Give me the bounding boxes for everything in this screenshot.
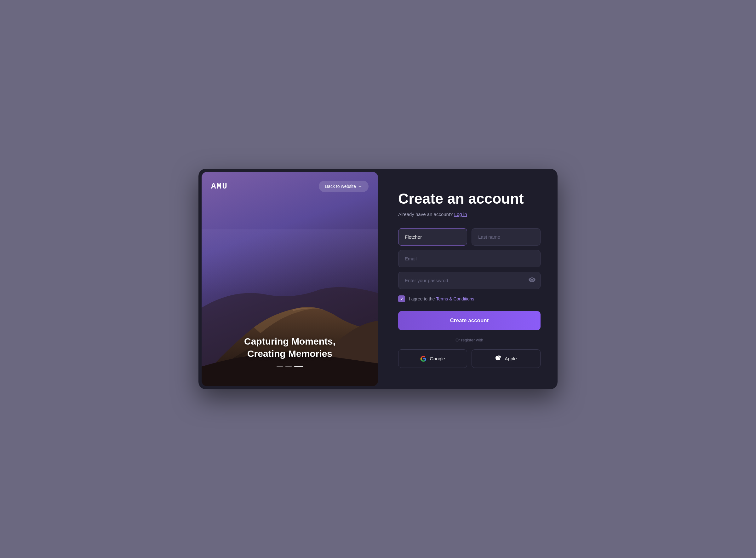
left-panel-header: AMU Back to website → [201,172,378,201]
apple-label: Apple [505,356,517,361]
dot-2[interactable] [286,366,292,367]
eye-icon[interactable] [529,277,536,284]
carousel-dots [201,366,378,367]
password-wrapper [398,272,541,289]
left-panel: AMU Back to website → Capturing Moments,… [201,172,378,386]
terms-checkbox[interactable] [398,296,405,302]
create-account-label: Create account [450,318,489,324]
last-name-input[interactable] [471,228,541,246]
social-buttons-row: Google Apple [398,349,541,368]
dot-1[interactable] [276,366,283,367]
terms-row: I agree to the Terms & Conditions [398,296,541,302]
dot-3[interactable] [294,366,303,367]
tagline-line2: Creating Memories [247,348,332,359]
divider-line-right [488,340,541,340]
left-panel-footer: Capturing Moments, Creating Memories [201,335,378,367]
login-prompt: Already have an account? Log in [398,211,541,217]
right-panel: Create an account Already have an accoun… [381,169,558,389]
terms-prefix-text: I agree to the [409,296,435,301]
name-row [398,228,541,246]
arrow-right-icon: → [358,184,362,189]
google-label: Google [430,356,445,361]
or-text: Or register with [456,338,483,343]
password-row [398,272,541,289]
already-account-text: Already have an account? [398,211,453,217]
page-title: Create an account [398,190,541,207]
login-link[interactable]: Log in [454,211,467,217]
password-input[interactable] [398,272,541,289]
or-divider: Or register with [398,338,541,343]
apple-icon [495,355,502,362]
terms-link[interactable]: Terms & Conditions [436,296,474,301]
main-card: AMU Back to website → Capturing Moments,… [198,169,558,389]
create-account-button[interactable]: Create account [398,311,541,330]
email-input[interactable] [398,250,541,267]
svg-rect-0 [201,229,378,295]
divider-line-left [398,340,451,340]
first-name-input[interactable] [398,228,467,246]
apple-button[interactable]: Apple [471,349,541,368]
google-button[interactable]: Google [398,349,467,368]
terms-label: I agree to the Terms & Conditions [409,296,475,301]
google-icon [420,356,427,362]
logo: AMU [211,182,228,191]
tagline-line1: Capturing Moments, [244,336,335,347]
back-to-website-button[interactable]: Back to website → [319,181,369,192]
back-button-label: Back to website [325,184,356,189]
email-row [398,250,541,267]
